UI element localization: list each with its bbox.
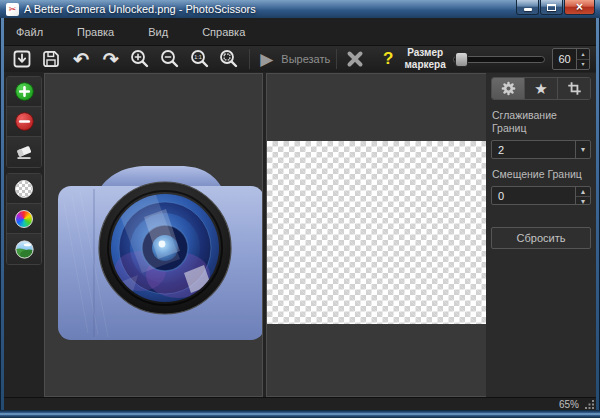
window-controls: ×: [515, 0, 595, 15]
reset-button[interactable]: Сбросить: [491, 227, 591, 249]
zoom-out-button[interactable]: [158, 47, 182, 71]
toolbar: ↶ ↷: [4, 45, 596, 72]
resize-grip-icon: [585, 400, 594, 409]
star-icon: ★: [534, 81, 547, 96]
marker-size-slider-handle[interactable]: [455, 52, 468, 67]
undo-button[interactable]: ↶: [69, 47, 93, 71]
save-button[interactable]: [40, 47, 64, 71]
offset-value: 0: [492, 187, 575, 204]
transparent-background-button[interactable]: [7, 174, 41, 204]
title-bar[interactable]: ✂ A Better Camera Unlocked.png - PhotoSc…: [0, 0, 600, 18]
menu-file[interactable]: Файл: [16, 26, 43, 38]
tab-settings[interactable]: [492, 78, 525, 99]
smoothing-label: Сглаживание Границ: [492, 109, 590, 135]
actual-size-icon: 1:1: [189, 48, 211, 70]
maximize-icon: [547, 4, 556, 11]
window-bottom-border: [0, 410, 600, 418]
marker-size-label: Размер маркера: [403, 47, 447, 71]
smoothing-value: 2: [492, 141, 575, 158]
help-button[interactable]: ?: [383, 49, 393, 69]
app-client-area: Файл Правка Вид Справка: [4, 18, 596, 410]
background-tool-group: [6, 173, 42, 265]
red-minus-icon: [15, 112, 34, 131]
open-icon: [11, 48, 33, 70]
undo-icon: ↶: [73, 50, 89, 69]
play-icon: ▶: [260, 51, 273, 68]
offset-arrows: ▴ ▾: [575, 187, 590, 204]
settings-panel: ★ Сглаживание Границ 2 ▾ Смещение Границ: [486, 73, 596, 397]
fit-view-button[interactable]: [218, 47, 242, 71]
menu-help[interactable]: Справка: [202, 26, 245, 38]
cut-button[interactable]: ▶ Вырезать: [260, 51, 330, 68]
tab-crop[interactable]: [558, 78, 590, 99]
offset-spinbox[interactable]: 0 ▴ ▾: [491, 186, 591, 205]
landscape-icon: [15, 240, 34, 259]
redo-icon: ↷: [103, 50, 119, 69]
minimize-icon: [524, 8, 532, 11]
transparency-checkerboard: [267, 141, 486, 324]
tool-sidebar: [6, 76, 46, 270]
marker-size-spinbox[interactable]: 60 ▴ ▾: [552, 48, 590, 70]
toolbar-separator: [336, 49, 337, 69]
offset-label: Смещение Границ: [492, 168, 590, 181]
camera-image: [58, 163, 263, 341]
spin-down-button[interactable]: ▾: [577, 60, 589, 70]
zoom-level-indicator: 65%: [559, 399, 579, 410]
save-icon: [40, 48, 62, 70]
redo-button[interactable]: ↷: [99, 47, 123, 71]
marker-tool-group: [6, 76, 42, 168]
menu-view[interactable]: Вид: [148, 26, 168, 38]
resize-grip[interactable]: [585, 400, 594, 409]
app-logo-icon: ✂: [6, 3, 19, 16]
smoothing-dropdown[interactable]: ▾: [575, 141, 590, 158]
marker-size-arrows: ▴ ▾: [576, 49, 589, 69]
chevron-down-icon: ▾: [576, 141, 590, 158]
spin-up-button[interactable]: ▴: [576, 187, 590, 197]
settings-tabs: ★: [491, 77, 591, 100]
menu-edit[interactable]: Правка: [77, 26, 114, 38]
gear-icon: [500, 80, 517, 97]
spin-down-button[interactable]: ▾: [576, 197, 590, 206]
eraser-tool-button[interactable]: [7, 137, 41, 167]
toolbar-separator: [249, 49, 250, 69]
cut-button-label: Вырезать: [281, 53, 330, 65]
remove-background-tool-button[interactable]: [7, 107, 41, 137]
transparency-icon: [15, 180, 33, 198]
color-wheel-icon: [15, 210, 33, 228]
spin-up-button[interactable]: ▴: [577, 49, 589, 60]
app-window: ✂ A Better Camera Unlocked.png - PhotoSc…: [0, 0, 600, 418]
zoom-out-icon: [159, 48, 181, 70]
actual-size-button[interactable]: 1:1: [188, 47, 212, 71]
image-background-button[interactable]: [7, 234, 41, 264]
menu-bar: Файл Правка Вид Справка: [4, 18, 596, 45]
zoom-in-button[interactable]: [129, 47, 153, 71]
color-background-button[interactable]: [7, 204, 41, 234]
maximize-button[interactable]: [540, 0, 563, 15]
marker-size-slider[interactable]: [453, 56, 545, 63]
green-plus-icon: [15, 82, 34, 101]
add-foreground-tool-button[interactable]: [7, 77, 41, 107]
tab-effects[interactable]: ★: [525, 78, 558, 99]
close-icon: ×: [576, 1, 583, 13]
status-bar: 65%: [4, 397, 596, 410]
crop-icon: [567, 81, 582, 96]
zoom-in-icon: [129, 48, 151, 70]
result-canvas[interactable]: [266, 73, 487, 397]
svg-text:1:1: 1:1: [194, 54, 202, 60]
clear-x-icon: [345, 49, 365, 69]
smoothing-combobox[interactable]: 2 ▾: [491, 140, 591, 159]
open-button[interactable]: [10, 47, 34, 71]
source-canvas[interactable]: [44, 73, 263, 397]
close-button[interactable]: ×: [564, 0, 595, 15]
minimize-button[interactable]: [516, 0, 539, 15]
marker-size-value: 60: [553, 49, 576, 69]
clear-markers-button[interactable]: [343, 47, 367, 71]
eraser-icon: [14, 142, 34, 162]
window-title: A Better Camera Unlocked.png - PhotoScis…: [24, 3, 256, 15]
fit-view-icon: [218, 48, 240, 70]
